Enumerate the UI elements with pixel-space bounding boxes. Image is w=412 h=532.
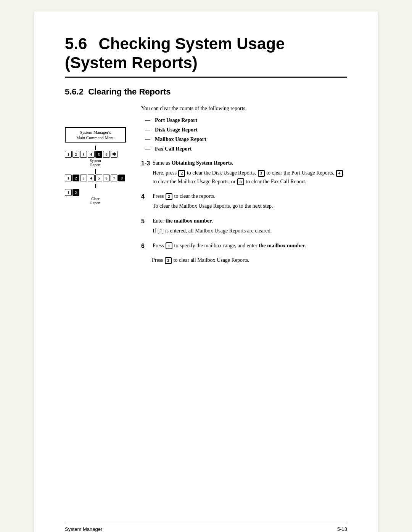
step-content-1-3: Same as Obtaining System Reports. Here, … — [153, 159, 347, 187]
step-content-dot: Press 2 to clear all Mailbox Usage Repor… — [152, 256, 347, 266]
content-area: System Manager's Main Command Menu 1 2 3… — [65, 104, 347, 271]
key2-1: 1 — [65, 175, 72, 181]
title-divider — [65, 77, 347, 78]
left-diagram: System Manager's Main Command Menu 1 2 3… — [65, 127, 126, 271]
key-4: 4 — [88, 151, 95, 158]
step-6: 6 Press 1 to specify the mailbox range, … — [141, 242, 347, 252]
step-content-4: Press 2 to clear the reports. To clear t… — [153, 192, 347, 212]
bullet-item-3: — Mailbox Usage Report — [145, 135, 347, 143]
bottom-section: 1 2 ClearReport — [65, 189, 126, 205]
key-inline-3a: 3 — [258, 170, 265, 177]
key2-5: 5 — [95, 175, 102, 181]
key-inline-4a: 4 — [336, 170, 343, 177]
keypad-row1: 1 2 3 4 5 6 ✱ — [65, 151, 126, 158]
bullet-item-1: — Port Usage Report — [145, 116, 347, 124]
row2-section: 1 2 3 4 5 6 7 8 — [65, 175, 126, 181]
row1-label: SystemReport — [65, 159, 126, 167]
title-text: Checking System Usage (System Reports) — [65, 35, 285, 72]
bullet-text-3: Mailbox Usage Report — [155, 135, 206, 143]
key2-2-active: 2 — [72, 175, 79, 181]
key-3: 3 — [80, 151, 87, 158]
dash-4: — — [145, 145, 150, 153]
intro-text: You can clear the counts of the followin… — [141, 104, 347, 112]
key-5-active: 5 — [95, 151, 102, 158]
step-dot: Press 2 to clear all Mailbox Usage Repor… — [152, 256, 347, 266]
key2-4: 4 — [88, 175, 95, 181]
key-6: 6 — [103, 151, 110, 158]
bullet-list: — Port Usage Report — Disk Usage Report … — [145, 116, 347, 153]
bullet-text-1: Port Usage Report — [155, 116, 197, 124]
key-inline-2c: 2 — [165, 257, 172, 264]
key2-6: 6 — [103, 175, 110, 181]
section-number: 5.6 — [65, 35, 87, 53]
main-title: 5.6Checking System Usage (System Reports… — [65, 34, 347, 73]
key-inline-2a: 2 — [178, 170, 185, 177]
key-inline-2b: 2 — [166, 193, 172, 200]
key-2: 2 — [72, 151, 79, 158]
connector1 — [95, 146, 96, 150]
footer-left: System Manager — [65, 526, 102, 532]
step-number-1-3: 1-3 — [141, 159, 153, 168]
page: 5.6Checking System Usage (System Reports… — [34, 11, 378, 532]
keypad-row2: 1 2 3 4 5 6 7 8 — [65, 175, 126, 181]
bottom-keypad-row: 1 2 — [65, 189, 126, 196]
row1-section: 1 2 3 4 5 6 ✱ SystemReport — [65, 151, 126, 167]
bullet-text-4: Fax Call Report — [155, 145, 192, 153]
page-header: 5.6Checking System Usage (System Reports… — [65, 34, 347, 78]
key2-7: 7 — [111, 175, 117, 181]
dash-2: — — [145, 126, 150, 134]
step-number-4: 4 — [141, 192, 153, 201]
system-manager-box: System Manager's Main Command Menu — [65, 127, 126, 143]
step-4: 4 Press 2 to clear the reports. To clear… — [141, 192, 347, 212]
step-content-6: Press 1 to specify the mailbox range, an… — [153, 242, 347, 252]
key-inline-8a: 8 — [237, 178, 244, 185]
bottom-label: ClearReport — [65, 197, 126, 205]
connector2 — [95, 169, 96, 174]
subsection-heading: 5.6.2 Clearing the Reports — [65, 87, 347, 97]
key-inline-1: 1 — [166, 242, 172, 249]
footer-right: 5-13 — [337, 526, 347, 532]
dash-1: — — [145, 116, 150, 124]
box-line1: System Manager's — [80, 130, 111, 135]
key-1: 1 — [65, 151, 72, 158]
key2-8-active: 8 — [118, 175, 125, 181]
step-number-5: 5 — [141, 217, 153, 226]
bottom-key-2-active: 2 — [72, 189, 79, 196]
step-number-6: 6 — [141, 242, 153, 251]
connector3 — [95, 184, 96, 188]
footer: System Manager 5-13 — [65, 523, 347, 532]
dash-3: — — [145, 135, 150, 143]
bullet-item-4: — Fax Call Report — [145, 145, 347, 153]
subsection-title: Clearing the Reports — [88, 87, 171, 96]
step-1-3: 1-3 Same as Obtaining System Reports. He… — [141, 159, 347, 187]
key2-3: 3 — [80, 175, 87, 181]
bottom-key-1: 1 — [65, 189, 72, 196]
box-line2: Main Command Menu — [76, 135, 114, 140]
step-5: 5 Enter the mailbox number. If [#] is en… — [141, 217, 347, 237]
bullet-text-2: Disk Usage Report — [155, 126, 198, 134]
subsection-number: 5.6.2 — [65, 87, 84, 96]
right-content: You can clear the counts of the followin… — [141, 104, 347, 271]
key-star: ✱ — [111, 151, 117, 158]
bullet-item-2: — Disk Usage Report — [145, 126, 347, 134]
step-content-5: Enter the mailbox number. If [#] is ente… — [153, 217, 347, 237]
